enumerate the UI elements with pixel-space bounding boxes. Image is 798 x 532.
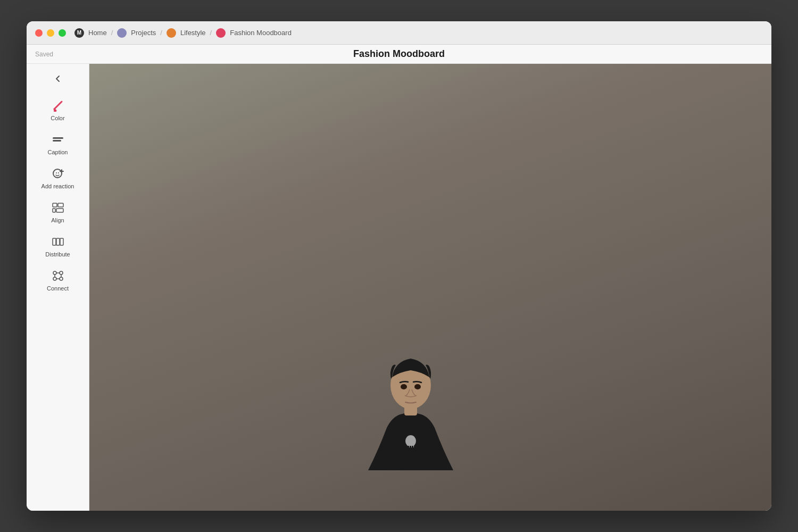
breadcrumb-fashion-icon [216, 28, 226, 38]
sidebar-item-connect[interactable]: Connect [34, 264, 82, 296]
svg-rect-11 [58, 203, 63, 207]
svg-point-41 [414, 384, 421, 389]
breadcrumb-sep-3: / [210, 29, 212, 37]
svg-rect-13 [56, 209, 63, 212]
breadcrumb-projects-label[interactable]: Projects [131, 29, 156, 37]
svg-rect-16 [60, 238, 63, 245]
breadcrumb-home-icon: M [74, 28, 84, 38]
minimize-button[interactable] [47, 29, 54, 37]
back-button[interactable] [49, 70, 66, 87]
svg-rect-10 [53, 203, 57, 207]
sidebar-item-align[interactable]: Align [34, 196, 82, 228]
breadcrumb-lifestyle-icon [167, 28, 176, 38]
close-button[interactable] [35, 29, 43, 37]
svg-rect-46 [412, 446, 413, 448]
sidebar-item-distribute[interactable]: Distribute [34, 230, 82, 262]
connect-icon [51, 268, 65, 283]
breadcrumb-sep-1: / [111, 29, 113, 37]
breadcrumb: M Home / Projects / Lifestyle / Fashion … [74, 28, 292, 38]
sidebar-item-caption[interactable]: Caption [34, 128, 82, 160]
menu-bar: Saved Fashion Moodboard [27, 45, 771, 64]
caption-icon [51, 132, 65, 147]
traffic-lights [35, 29, 66, 37]
breadcrumb-sep-2: / [160, 29, 162, 37]
svg-point-40 [401, 384, 407, 389]
svg-rect-4 [53, 140, 61, 142]
svg-point-7 [58, 172, 59, 173]
svg-rect-15 [56, 238, 60, 245]
svg-point-17 [53, 271, 56, 275]
main-canvas[interactable]: #D1D3D6 Iron [89, 64, 771, 511]
breadcrumb-home-label[interactable]: Home [88, 29, 107, 37]
align-icon [51, 200, 65, 215]
page-title: Fashion Moodboard [353, 48, 445, 60]
svg-point-19 [53, 277, 56, 280]
sidebar-item-color[interactable]: Color [34, 94, 82, 126]
breadcrumb-lifestyle-label[interactable]: Lifestyle [180, 29, 206, 37]
app-window: M Home / Projects / Lifestyle / Fashion … [27, 21, 771, 511]
saved-status: Saved [35, 51, 53, 58]
breadcrumb-projects-icon [117, 28, 127, 38]
man-portrait-card[interactable] [294, 321, 528, 470]
sidebar-caption-label: Caption [48, 149, 68, 155]
svg-point-6 [56, 172, 57, 173]
distribute-icon [51, 234, 65, 249]
breadcrumb-fashion-label[interactable]: Fashion Moodboard [230, 29, 292, 37]
sidebar-align-label: Align [51, 217, 64, 223]
svg-line-0 [54, 102, 62, 109]
color-icon [51, 98, 65, 113]
sidebar-item-add-reaction[interactable]: Add reaction [34, 162, 82, 194]
svg-point-20 [60, 277, 63, 280]
sidebar-add-reaction-label: Add reaction [41, 183, 74, 189]
svg-rect-45 [410, 446, 411, 448]
man-figure [294, 332, 528, 470]
sidebar-color-label: Color [51, 115, 64, 121]
svg-rect-12 [53, 209, 55, 212]
svg-point-5 [53, 169, 62, 178]
sidebar: Color Caption [27, 64, 89, 511]
content-area: Color Caption [27, 64, 771, 511]
svg-rect-3 [53, 137, 63, 139]
svg-rect-2 [54, 110, 56, 112]
maximize-button[interactable] [59, 29, 66, 37]
back-arrow-icon [54, 74, 62, 83]
sidebar-connect-label: Connect [47, 285, 69, 292]
add-reaction-icon [51, 166, 65, 181]
sidebar-distribute-label: Distribute [45, 251, 70, 257]
svg-rect-44 [408, 446, 409, 448]
svg-point-18 [60, 271, 63, 275]
titlebar: M Home / Projects / Lifestyle / Fashion … [27, 21, 771, 45]
svg-rect-14 [53, 238, 56, 245]
